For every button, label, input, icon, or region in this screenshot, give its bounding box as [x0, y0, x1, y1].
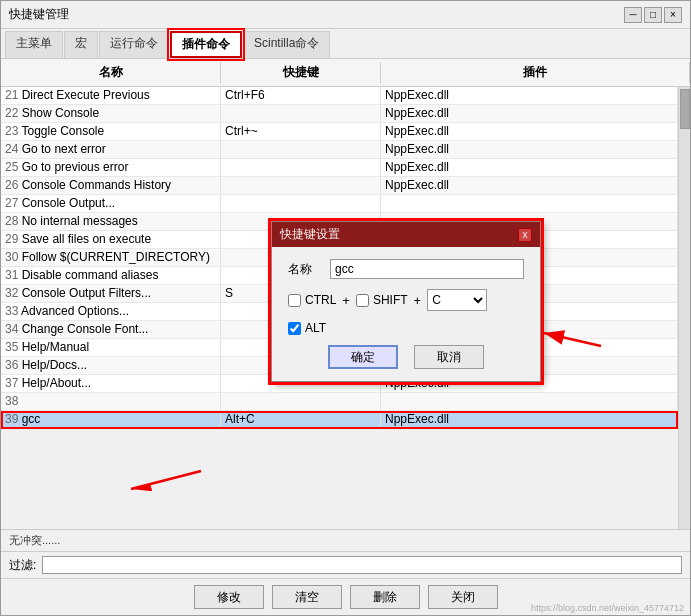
alt-group: ALT: [288, 321, 326, 335]
cell-name: 31 Disable command aliases: [1, 267, 221, 284]
cell-shortcut: Alt+C: [221, 411, 381, 428]
scrollbar-thumb[interactable]: [680, 89, 690, 129]
cell-name: 21 Direct Execute Previous: [1, 87, 221, 104]
cell-name: 30 Follow $(CURRENT_DIRECTORY): [1, 249, 221, 266]
plus-2: +: [414, 293, 422, 308]
table-header: 名称 快捷键 插件: [1, 59, 690, 87]
close-window-button[interactable]: ×: [664, 7, 682, 23]
dialog-body: 名称 CTRL + SHIFT + C: [272, 247, 540, 381]
tab-scintilla-cmd[interactable]: Scintilla命令: [243, 31, 330, 58]
filter-bar: 过滤:: [1, 551, 690, 578]
minimize-button[interactable]: ─: [624, 7, 642, 23]
tab-macro[interactable]: 宏: [64, 31, 98, 58]
dialog-close-button[interactable]: x: [518, 228, 532, 242]
cell-name: 33 Advanced Options...: [1, 303, 221, 320]
cell-name: 22 Show Console: [1, 105, 221, 122]
dialog-title: 快捷键设置: [280, 226, 340, 243]
cell-name: 38: [1, 393, 221, 410]
alt-row: ALT: [288, 321, 524, 335]
title-controls: ─ □ ×: [624, 7, 682, 23]
cell-plugin: NppExec.dll: [381, 177, 678, 194]
confirm-button[interactable]: 确定: [328, 345, 398, 369]
cell-shortcut: Ctrl+~: [221, 123, 381, 140]
dialog-name-input[interactable]: [330, 259, 524, 279]
cell-name: 24 Go to next error: [1, 141, 221, 158]
key-dropdown[interactable]: C A B: [427, 289, 487, 311]
cell-plugin: NppExec.dll: [381, 159, 678, 176]
ctrl-label: CTRL: [305, 293, 336, 307]
table-row[interactable]: 25 Go to previous error NppExec.dll: [1, 159, 678, 177]
cell-plugin: NppExec.dll: [381, 411, 678, 428]
delete-button[interactable]: 删除: [350, 585, 420, 609]
cell-plugin: NppExec.dll: [381, 105, 678, 122]
table-row[interactable]: 23 Toggle Console Ctrl+~ NppExec.dll: [1, 123, 678, 141]
window-title: 快捷键管理: [9, 6, 69, 23]
cell-plugin: [381, 393, 678, 410]
table-row-selected[interactable]: 39 gcc Alt+C NppExec.dll: [1, 411, 678, 429]
header-name: 名称: [1, 62, 221, 83]
filter-input[interactable]: [42, 556, 682, 574]
shift-checkbox[interactable]: [356, 294, 369, 307]
alt-label: ALT: [305, 321, 326, 335]
shift-group: SHIFT: [356, 293, 408, 307]
dialog-title-bar: 快捷键设置 x: [272, 222, 540, 247]
cell-name: 23 Toggle Console: [1, 123, 221, 140]
table-row[interactable]: 26 Console Commands History NppExec.dll: [1, 177, 678, 195]
cell-plugin: NppExec.dll: [381, 141, 678, 158]
dialog-buttons: 确定 取消: [288, 345, 524, 369]
table-row[interactable]: 22 Show Console NppExec.dll: [1, 105, 678, 123]
alt-checkbox[interactable]: [288, 322, 301, 335]
cancel-button[interactable]: 取消: [414, 345, 484, 369]
plus-1: +: [342, 293, 350, 308]
cell-name: 37 Help/About...: [1, 375, 221, 392]
dialog-name-label: 名称: [288, 261, 324, 278]
no-conflict-label: 无冲突......: [1, 529, 690, 551]
scrollbar[interactable]: [678, 87, 690, 529]
main-window: 快捷键管理 ─ □ × 主菜单 宏 运行命令 插件命令 Scintilla命令 …: [0, 0, 691, 616]
cell-plugin: NppExec.dll: [381, 87, 678, 104]
table-row[interactable]: 38: [1, 393, 678, 411]
cell-name: 36 Help/Docs...: [1, 357, 221, 374]
cell-name: 32 Console Output Filters...: [1, 285, 221, 302]
cell-name: 39 gcc: [1, 411, 221, 428]
cell-plugin: [381, 195, 678, 212]
tab-plugin-cmd[interactable]: 插件命令: [170, 31, 242, 58]
cell-shortcut: [221, 195, 381, 212]
header-shortcut: 快捷键: [221, 62, 381, 83]
bottom-bar: 修改 清空 删除 关闭: [1, 578, 690, 615]
dialog-name-row: 名称: [288, 259, 524, 279]
cell-shortcut: Ctrl+F6: [221, 87, 381, 104]
cell-name: 35 Help/Manual: [1, 339, 221, 356]
header-plugin: 插件: [381, 62, 690, 83]
cell-shortcut: [221, 105, 381, 122]
cell-shortcut: [221, 159, 381, 176]
filter-label: 过滤:: [9, 557, 36, 574]
maximize-button[interactable]: □: [644, 7, 662, 23]
ctrl-group: CTRL: [288, 293, 336, 307]
checkbox-row: CTRL + SHIFT + C A B: [288, 289, 524, 311]
ctrl-checkbox[interactable]: [288, 294, 301, 307]
cell-shortcut: [221, 177, 381, 194]
cell-name: 34 Change Console Font...: [1, 321, 221, 338]
shift-label: SHIFT: [373, 293, 408, 307]
table-row[interactable]: 27 Console Output...: [1, 195, 678, 213]
cell-shortcut: [221, 393, 381, 410]
tab-main-menu[interactable]: 主菜单: [5, 31, 63, 58]
cell-name: 25 Go to previous error: [1, 159, 221, 176]
cell-name: 28 No internal messages: [1, 213, 221, 230]
table-row[interactable]: 21 Direct Execute Previous Ctrl+F6 NppEx…: [1, 87, 678, 105]
close-button[interactable]: 关闭: [428, 585, 498, 609]
cell-name: 27 Console Output...: [1, 195, 221, 212]
title-bar: 快捷键管理 ─ □ ×: [1, 1, 690, 29]
cell-name: 29 Save all files on execute: [1, 231, 221, 248]
cell-name: 26 Console Commands History: [1, 177, 221, 194]
cell-shortcut: [221, 141, 381, 158]
cell-plugin: NppExec.dll: [381, 123, 678, 140]
tab-bar: 主菜单 宏 运行命令 插件命令 Scintilla命令: [1, 29, 690, 59]
clear-button[interactable]: 清空: [272, 585, 342, 609]
tab-run-cmd[interactable]: 运行命令: [99, 31, 169, 58]
shortcut-dialog: 快捷键设置 x 名称 CTRL +: [271, 221, 541, 382]
table-row[interactable]: 24 Go to next error NppExec.dll: [1, 141, 678, 159]
modify-button[interactable]: 修改: [194, 585, 264, 609]
